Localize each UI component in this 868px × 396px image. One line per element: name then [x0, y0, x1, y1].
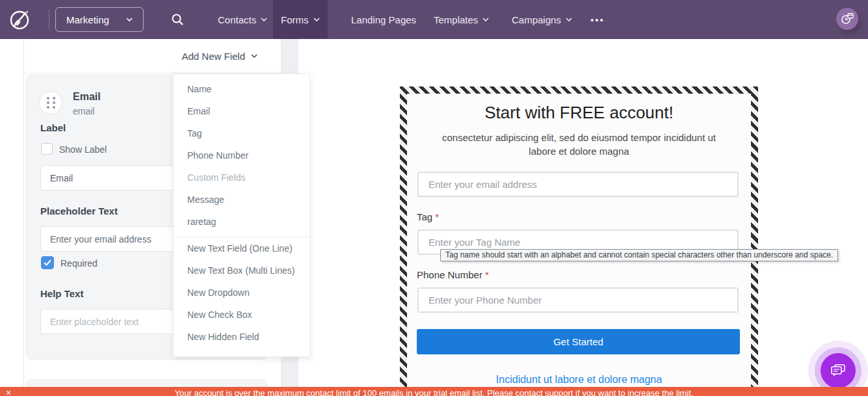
- form-preview-frame[interactable]: Start with FREE account! consectetur adi…: [400, 86, 758, 396]
- label-heading: Label: [40, 122, 66, 133]
- email-input[interactable]: [417, 172, 739, 197]
- drag-dots-icon: [47, 97, 55, 109]
- tag-tooltip: Tag name should start with an alphabet a…: [440, 249, 838, 261]
- add-field-menu: Name Email Tag Phone Number Custom Field…: [173, 73, 310, 357]
- form-title: Start with FREE account!: [407, 103, 751, 123]
- limit-warning-banner: × Your account is over the maximum conta…: [0, 387, 868, 396]
- add-new-field-button[interactable]: Add New Field: [181, 51, 257, 62]
- add-new-field-label: Add New Field: [181, 51, 245, 62]
- chevron-down-icon: [482, 18, 489, 21]
- nav-item-templates[interactable]: Templates: [426, 0, 497, 39]
- navbar-divider: [49, 9, 49, 30]
- nav-item-forms[interactable]: Forms: [273, 0, 328, 39]
- chat-bubbles-icon: [830, 363, 847, 378]
- menu-item-tag[interactable]: Tag: [174, 122, 309, 144]
- chevron-down-icon: [566, 18, 572, 21]
- menu-item-new-check-box[interactable]: New Check Box: [174, 304, 309, 326]
- help-text-heading: Help Text: [40, 288, 83, 299]
- form-subtitle: consectetur adipiscing elit, sed do eius…: [430, 131, 728, 158]
- required-checkbox[interactable]: [41, 256, 54, 269]
- nav-item-label: Templates: [434, 14, 478, 25]
- clock-calendar-icon: [841, 12, 854, 25]
- nav-item-label: Contacts: [218, 14, 256, 25]
- nav-item-label: Landing Pages: [351, 14, 416, 25]
- chat-button[interactable]: [821, 353, 856, 388]
- menu-item-message[interactable]: Message: [174, 189, 309, 211]
- check-icon: [44, 259, 51, 266]
- phone-input[interactable]: [417, 287, 739, 313]
- required-asterisk: *: [435, 211, 439, 222]
- nav-item-contacts[interactable]: Contacts: [210, 0, 275, 39]
- form-builder-page: Marketing Contacts Forms Landing Pages T…: [0, 0, 868, 396]
- chevron-down-icon: [261, 18, 267, 21]
- trial-clock-avatar[interactable]: [836, 8, 858, 30]
- nav-item-landing-pages[interactable]: Landing Pages: [343, 0, 424, 39]
- show-label-text: Show Label: [59, 144, 107, 155]
- placeholder-heading: Placeholder Text: [40, 205, 118, 217]
- drag-handle[interactable]: [39, 91, 62, 114]
- product-switcher-button[interactable]: Marketing: [55, 7, 144, 32]
- field-subtitle: email: [73, 106, 94, 116]
- product-switcher-label: Marketing: [66, 14, 109, 25]
- menu-item-raretag[interactable]: raretag: [174, 211, 309, 233]
- chevron-down-icon: [251, 54, 257, 58]
- menu-item-name[interactable]: Name: [174, 78, 309, 100]
- form-preview: Start with FREE account! consectetur adi…: [407, 94, 751, 396]
- required-asterisk: *: [485, 269, 489, 280]
- top-navbar: Marketing Contacts Forms Landing Pages T…: [0, 0, 868, 39]
- show-label-checkbox[interactable]: [41, 143, 53, 155]
- tag-label: Tag *: [417, 211, 439, 222]
- nav-item-campaigns[interactable]: Campaigns: [504, 0, 580, 39]
- menu-item-new-text-box[interactable]: New Text Box (Multi Lines): [174, 259, 309, 282]
- nav-item-more[interactable]: •••: [583, 0, 612, 39]
- menu-item-new-dropdown[interactable]: New Dropdown: [174, 282, 309, 304]
- get-started-button[interactable]: Get Started: [417, 329, 740, 354]
- nav-item-label: Forms: [281, 14, 309, 25]
- menu-item-email[interactable]: Email: [174, 100, 309, 122]
- nav-item-label: Campaigns: [512, 14, 561, 25]
- chevron-down-icon: [126, 18, 133, 21]
- footer-link[interactable]: Incididunt ut labore et dolore magna: [407, 374, 751, 386]
- menu-item-new-text-field[interactable]: New Text Field (One Line): [174, 237, 309, 259]
- more-ellipsis-icon: •••: [590, 14, 605, 25]
- phone-label: Phone Number *: [417, 269, 489, 280]
- benchmark-logo-icon[interactable]: [8, 8, 31, 31]
- required-text: Required: [60, 258, 98, 269]
- menu-item-custom-fields: Custom Fields: [174, 166, 309, 189]
- menu-item-phone-number[interactable]: Phone Number: [174, 144, 309, 166]
- field-title: Email: [73, 91, 101, 103]
- search-icon[interactable]: [171, 13, 184, 26]
- menu-item-new-hidden-field[interactable]: New Hidden Field: [174, 326, 309, 348]
- banner-message: Your account is over the maximum contact…: [0, 388, 868, 396]
- field-editor-header: Add New Field: [24, 39, 281, 73]
- chevron-down-icon: [313, 18, 320, 21]
